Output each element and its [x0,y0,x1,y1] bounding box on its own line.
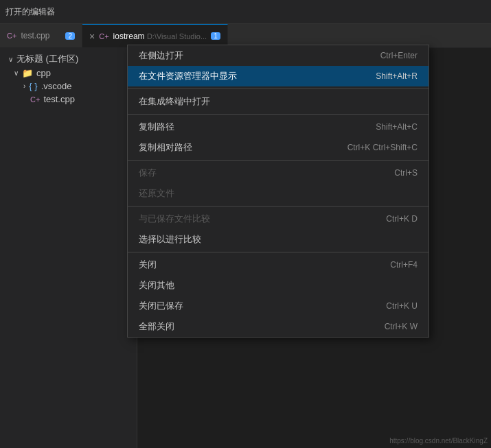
menu-select-compare-label: 选择以进行比较 [139,233,201,246]
separator-3 [128,160,429,161]
menu-open-side[interactable]: 在侧边打开 Ctrl+Enter [128,45,429,66]
menu-close-others-label: 关闭其他 [139,279,174,292]
menu-close-all-label: 全部关闭 [139,320,174,333]
menu-revert-label: 还原文件 [139,187,174,200]
menu-revert: 还原文件 [128,183,429,204]
menu-open-terminal[interactable]: 在集成终端中打开 [128,91,429,112]
menu-show-explorer-label: 在文件资源管理器中显示 [139,70,237,82]
context-menu: 在侧边打开 Ctrl+Enter 在文件资源管理器中显示 Shift+Alt+R… [127,45,429,338]
separator-1 [128,89,429,89]
menu-open-side-label: 在侧边打开 [139,49,183,62]
menu-copy-relative-path[interactable]: 复制相对路径 Ctrl+K Ctrl+Shift+C [128,137,429,158]
menu-save-shortcut: Ctrl+S [394,168,418,178]
separator-5 [128,252,429,252]
menu-close-label: 关闭 [139,259,157,271]
separator-2 [128,114,429,115]
menu-close-shortcut: Ctrl+F4 [390,260,418,270]
menu-compare-saved: 与已保存文件比较 Ctrl+K D [128,209,429,229]
menu-close-saved[interactable]: 关闭已保存 Ctrl+K U [128,296,429,316]
menu-compare-saved-label: 与已保存文件比较 [139,213,210,225]
menu-copy-path-label: 复制路径 [139,121,174,133]
menu-copy-relative-path-label: 复制相对路径 [139,141,192,154]
menu-close-all-shortcut: Ctrl+K W [385,322,418,331]
menu-close-all[interactable]: 全部关闭 Ctrl+K W [128,316,429,337]
menu-show-explorer-shortcut: Shift+Alt+R [376,71,418,81]
menu-close-saved-shortcut: Ctrl+K U [386,301,418,311]
menu-copy-relative-path-shortcut: Ctrl+K Ctrl+Shift+C [347,143,418,152]
menu-compare-saved-shortcut: Ctrl+K D [386,214,418,224]
menu-close-saved-label: 关闭已保存 [139,300,183,312]
menu-select-compare[interactable]: 选择以进行比较 [128,229,429,250]
menu-save-label: 保存 [139,167,157,179]
menu-open-terminal-label: 在集成终端中打开 [139,95,210,108]
menu-copy-path-shortcut: Shift+Alt+C [376,122,418,132]
separator-4 [128,206,429,207]
menu-show-explorer[interactable]: 在文件资源管理器中显示 Shift+Alt+R [128,66,429,86]
menu-open-side-shortcut: Ctrl+Enter [380,51,418,60]
menu-save: 保存 Ctrl+S [128,163,429,183]
menu-close-others[interactable]: 关闭其他 [128,275,429,296]
menu-close[interactable]: 关闭 Ctrl+F4 [128,255,429,275]
menu-copy-path[interactable]: 复制路径 Shift+Alt+C [128,117,429,137]
context-menu-overlay: 在侧边打开 Ctrl+Enter 在文件资源管理器中显示 Shift+Alt+R… [0,0,491,448]
